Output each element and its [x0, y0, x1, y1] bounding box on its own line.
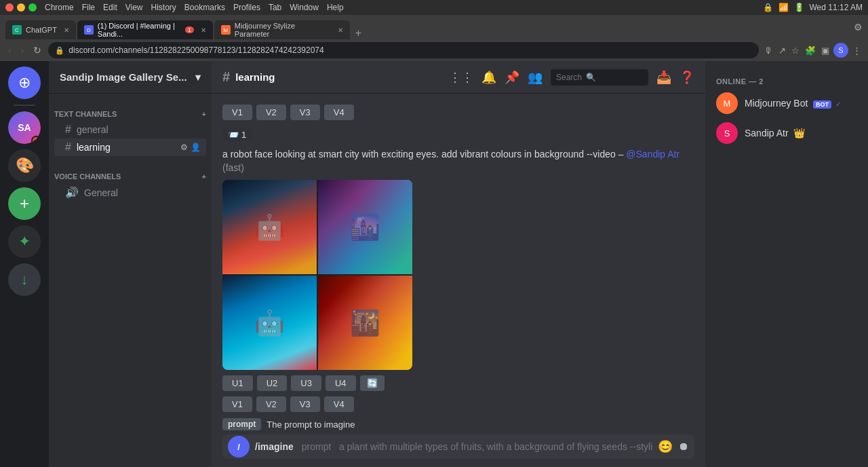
text-channels-category[interactable]: TEXT CHANNELS + [49, 99, 212, 121]
mac-menu-chrome[interactable]: Chrome [45, 3, 74, 12]
top-v4-button[interactable]: V4 [324, 105, 354, 120]
server-icon-download[interactable]: ↓ [8, 263, 41, 296]
search-box[interactable]: Search 🔍 [551, 69, 648, 86]
u2-button[interactable]: U2 [257, 375, 288, 391]
new-tab-button[interactable]: + [351, 27, 366, 39]
server-icon-2[interactable]: 🎨 [8, 149, 41, 182]
refresh-button[interactable]: 🔄 [360, 375, 384, 391]
v2-button[interactable]: V2 [256, 396, 286, 412]
top-v2-button[interactable]: V2 [256, 105, 286, 120]
u3-button[interactable]: U3 [291, 375, 321, 391]
mac-traffic-lights[interactable] [5, 3, 37, 12]
forward-button[interactable]: › [18, 43, 27, 57]
hash-icon-general: # [65, 124, 71, 136]
star-button[interactable]: ☆ [790, 44, 801, 57]
u1-button[interactable]: U1 [222, 375, 253, 391]
speaker-icon: 🔊 [65, 186, 79, 199]
tab-discord[interactable]: D (1) Discord | #learning | Sandi... 1 ✕ [77, 20, 213, 39]
sidebar-toggle[interactable]: ▣ [820, 44, 831, 57]
tab-discord-close[interactable]: ✕ [201, 26, 206, 34]
server-icon-explore[interactable]: ✦ [8, 225, 41, 258]
variation-buttons: V1 V2 V3 V4 [222, 396, 694, 412]
member-item-midjourney[interactable]: M Midjourney Bot BOT ✓ [711, 88, 863, 118]
server-badge-1: 1 [31, 136, 41, 144]
mac-os-bar: Chrome File Edit View History Bookmarks … [0, 0, 868, 15]
profile-button[interactable]: S [833, 43, 848, 58]
inbox-icon[interactable]: 📥 [656, 70, 671, 85]
channel-learning-actions: ⚙ 👤 [180, 143, 201, 152]
threads-icon[interactable]: ⋮⋮ [449, 70, 473, 85]
mac-menu-help[interactable]: Help [327, 3, 344, 12]
v3-button[interactable]: V3 [290, 396, 320, 412]
add-server-icon: + [20, 194, 29, 213]
mac-menu-profiles[interactable]: Profiles [233, 3, 260, 12]
tab-chatgpt[interactable]: C ChatGPT ✕ [5, 20, 76, 39]
pin-icon[interactable]: 📌 [505, 70, 519, 85]
add-text-channel-icon[interactable]: + [202, 110, 206, 118]
image-grid[interactable]: 🤖 🌆 🤖 🌃 [222, 180, 412, 370]
message-input-container: / /imagine 😊 ⏺ [222, 434, 694, 459]
v1-button[interactable]: V1 [222, 396, 252, 412]
back-button[interactable]: ‹ [5, 43, 14, 57]
message-content: a robot face looking at smart city with … [222, 148, 694, 174]
input-area: prompt The prompt to imagine / /imagine … [212, 413, 705, 467]
help-icon[interactable]: ❓ [679, 70, 694, 85]
voice-channels-actions[interactable]: + [202, 172, 206, 181]
chrome-tabs-bar: C ChatGPT ✕ D (1) Discord | #learning | … [0, 15, 868, 39]
prompt-description: The prompt to imagine [267, 419, 355, 430]
mac-menu-view[interactable]: View [125, 3, 143, 12]
add-voice-channel-icon[interactable]: + [202, 172, 206, 181]
member-item-sandip[interactable]: S Sandip Atr 👑 [711, 118, 863, 148]
tab-chatgpt-close[interactable]: ✕ [64, 26, 69, 34]
message-input-field[interactable] [302, 434, 652, 459]
u4-button[interactable]: U4 [326, 375, 356, 391]
channel-item-learning[interactable]: # learning ⚙ 👤 [54, 138, 206, 156]
bot-badge: BOT [813, 100, 831, 109]
address-bar[interactable]: 🔒 discord.com/channels/11282822500987781… [48, 42, 759, 58]
mac-menu-edit[interactable]: Edit [103, 3, 117, 12]
text-channels-label: TEXT CHANNELS [54, 110, 117, 118]
top-v3-button[interactable]: V3 [290, 105, 320, 120]
mac-menu-tab[interactable]: Tab [269, 3, 281, 12]
channel-members-icon[interactable]: 👤 [191, 143, 201, 152]
discord-favicon: D [84, 25, 94, 35]
record-button[interactable]: ⏺ [678, 441, 689, 453]
server-name-bar[interactable]: Sandip Image Gallery Se... ▾ [49, 61, 212, 94]
emoji-button[interactable]: 😊 [658, 439, 673, 454]
channel-name-general-voice: General [84, 187, 118, 198]
mac-menu-history[interactable]: History [151, 3, 176, 12]
channel-settings-icon[interactable]: ⚙ [180, 143, 188, 152]
v4-button[interactable]: V4 [324, 396, 354, 412]
channel-item-general-voice[interactable]: 🔊 General [54, 183, 206, 202]
menu-button[interactable]: ⋮ [851, 44, 863, 57]
notifications-icon[interactable]: 🔔 [481, 70, 496, 85]
mic-button[interactable]: 🎙 [763, 44, 774, 57]
mac-menu-window[interactable]: Window [290, 3, 319, 12]
discord-home-button[interactable]: ⊕ [8, 67, 41, 99]
top-v1-button[interactable]: V1 [222, 105, 252, 120]
compass-icon: ✦ [18, 233, 31, 250]
mac-menu-bookmarks[interactable]: Bookmarks [184, 3, 225, 12]
tab-midjourney[interactable]: M Midjourney Stylize Parameter ✕ [214, 20, 350, 39]
extension-button[interactable]: 🧩 [804, 44, 817, 57]
imagine-slash: / [237, 442, 240, 452]
server-icon-1[interactable]: SA 1 [8, 111, 41, 144]
mac-menu-file[interactable]: File [82, 3, 95, 12]
members-list-icon[interactable]: 👥 [528, 70, 542, 85]
message-mention[interactable]: @Sandip Atr [626, 149, 679, 160]
tab-midjourney-close[interactable]: ✕ [338, 26, 343, 34]
sandip-avatar-text: S [724, 128, 730, 138]
share-button[interactable]: ↗ [777, 44, 787, 57]
channel-item-general[interactable]: # general [54, 121, 206, 138]
midjourney-bot-name: Midjourney Bot [745, 98, 808, 109]
mac-bar-right: 🔒📶🔋 Wed 11:12 AM [763, 3, 863, 12]
voice-channels-category[interactable]: VOICE CHANNELS + [49, 162, 212, 183]
reload-button[interactable]: ↻ [31, 43, 44, 57]
midjourney-avatar-text: M [724, 98, 731, 109]
mac-clock: Wed 11:12 AM [810, 3, 863, 12]
chrome-minimize[interactable]: ⚙ [854, 22, 863, 33]
server-icon-add[interactable]: + [8, 187, 41, 220]
chatgpt-favicon: C [12, 25, 22, 35]
top-reaction[interactable]: 📨 1 [222, 128, 252, 141]
text-channels-actions[interactable]: + [202, 110, 206, 118]
